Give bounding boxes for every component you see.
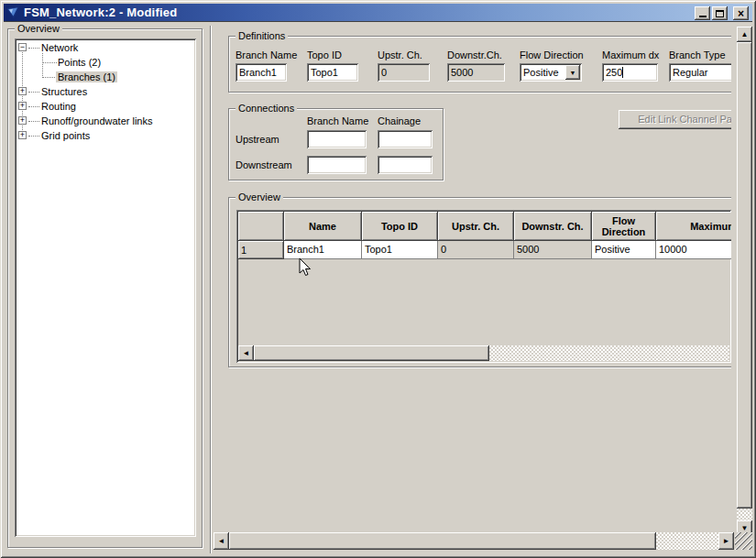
upstream-branch-name-field[interactable] <box>307 130 367 148</box>
scroll-up-button[interactable]: ▲ <box>737 27 752 42</box>
grid-header-row: Name Topo ID Upstr. Ch. Downstr. Ch. Flo… <box>238 212 731 241</box>
tree-expander-icon[interactable]: + <box>18 131 27 139</box>
app-window: FSM_Network:2 - Modified × Overview − Ne… <box>0 0 756 558</box>
branches-grid: Name Topo ID Upstr. Ch. Downstr. Ch. Flo… <box>236 210 731 363</box>
downstr-ch-field: 5000 <box>447 63 505 82</box>
grid-col-upstr-ch: Upstr. Ch. <box>438 212 514 241</box>
grid-row-1: 1 Branch1 Topo1 0 5000 Positive 10000 <box>238 241 731 259</box>
minimize-button[interactable] <box>695 6 710 20</box>
grid-col-maximum-dx: Maximum dx <box>656 212 731 241</box>
upstream-label: Upstream <box>236 134 279 145</box>
scroll-right-button[interactable]: ► <box>718 532 734 550</box>
combo-dropdown-button[interactable]: ▼ <box>565 65 580 80</box>
scrollbar-track[interactable] <box>656 532 718 550</box>
overview-group-label: Overview <box>15 23 62 34</box>
downstr-ch-label: Downstr.Ch. <box>447 49 502 60</box>
overview-tree-groupbox: Overview − Network Points (2) Branches (… <box>7 28 203 548</box>
overview-table-groupbox: Overview Name Topo ID Upstr. Ch. Downstr… <box>228 197 731 367</box>
network-tree[interactable]: − Network Points (2) Branches (1) + Stru… <box>15 38 196 537</box>
grid-cell-maximum-dx[interactable]: 10000 <box>656 241 731 259</box>
scrollbar-thumb[interactable] <box>254 345 489 361</box>
upstr-ch-field: 0 <box>378 63 430 82</box>
grid-col-flow-direction: Flow Direction <box>592 212 656 241</box>
definitions-groupbox: Definitions Branch Name Branch1 Topo ID … <box>228 36 731 93</box>
scrollbar-thumb[interactable] <box>737 42 752 509</box>
tree-item-network[interactable]: − Network <box>15 40 196 55</box>
tree-item-structures[interactable]: + Structures <box>15 84 196 99</box>
title-bar[interactable]: FSM_Network:2 - Modified × <box>4 4 752 22</box>
mouse-cursor <box>299 257 312 277</box>
maximize-icon <box>716 10 724 17</box>
app-icon[interactable] <box>5 5 20 20</box>
chevron-down-icon: ▼ <box>570 70 576 76</box>
minimize-icon <box>699 16 707 17</box>
close-icon: × <box>738 8 744 19</box>
pane-vertical-scrollbar[interactable]: ▲ ▼ <box>737 27 752 536</box>
tree-expander-icon[interactable]: + <box>18 102 27 110</box>
grid-horizontal-scrollbar[interactable]: ◄ <box>238 345 729 361</box>
overview-table-group-label: Overview <box>236 191 283 202</box>
pane-horizontal-scrollbar[interactable]: ◄ ► <box>214 532 734 550</box>
maximum-dx-label: Maximum dx <box>602 49 659 60</box>
scroll-left-button[interactable]: ◄ <box>214 532 229 550</box>
grid-cell-flow-direction[interactable]: Positive <box>592 241 656 259</box>
text-caret <box>622 67 623 78</box>
scroll-up-icon: ▲ <box>741 31 749 38</box>
grid-cell-downstr-ch: 5000 <box>514 241 592 259</box>
flow-direction-label: Flow Direction <box>520 49 584 60</box>
tree-item-points[interactable]: Points (2) <box>15 55 196 70</box>
grid-cell-upstr-ch: 0 <box>438 241 514 259</box>
window-title: FSM_Network:2 - Modified <box>24 5 177 19</box>
branch-name-label: Branch Name <box>236 49 297 60</box>
scroll-left-icon: ◄ <box>243 350 250 357</box>
connections-group-label: Connections <box>236 103 297 114</box>
scrollbar-thumb[interactable] <box>229 532 656 550</box>
tree-item-branches[interactable]: Branches (1) <box>15 70 196 84</box>
scroll-left-button[interactable]: ◄ <box>238 345 254 361</box>
downstream-branch-name-field[interactable] <box>307 156 367 174</box>
maximum-dx-field[interactable]: 250 <box>602 63 658 82</box>
branch-type-label: Branch Type <box>669 49 726 60</box>
grid-cell-topo-id[interactable]: Topo1 <box>362 241 438 259</box>
tree-item-runoff-links[interactable]: + Runoff/groundwater links <box>15 114 196 128</box>
scrollbar-track[interactable] <box>489 345 729 361</box>
grid-corner-header <box>238 212 284 241</box>
scrollbar-track[interactable] <box>737 509 752 520</box>
resize-grip[interactable] <box>735 532 752 550</box>
pane-divider[interactable] <box>210 26 212 553</box>
tree-item-grid-points[interactable]: + Grid points <box>15 128 196 143</box>
maximize-button[interactable] <box>712 6 728 20</box>
detail-content: Definitions Branch Name Branch1 Topo ID … <box>214 27 731 532</box>
grid-col-topo-id: Topo ID <box>362 212 438 241</box>
edit-link-channel-button[interactable]: Edit Link Channel Para <box>619 110 731 129</box>
scroll-right-icon: ► <box>723 538 730 545</box>
downstream-chainage-field[interactable] <box>378 156 433 174</box>
conn-branch-name-header: Branch Name <box>307 115 368 126</box>
definitions-group-label: Definitions <box>236 30 288 41</box>
grid-row-header[interactable]: 1 <box>238 241 284 259</box>
detail-pane: Definitions Branch Name Branch1 Topo ID … <box>214 26 752 554</box>
scroll-down-icon: ▼ <box>741 525 749 532</box>
flow-direction-select[interactable]: Positive ▼ <box>520 63 582 82</box>
grid-cell-name[interactable]: Branch1 <box>284 241 362 259</box>
scroll-left-icon: ◄ <box>218 538 225 545</box>
branch-name-field[interactable]: Branch1 <box>236 63 287 82</box>
grid-col-downstr-ch: Downstr. Ch. <box>514 212 592 241</box>
tree-expander-icon[interactable]: + <box>18 116 27 125</box>
upstream-chainage-field[interactable] <box>378 130 433 148</box>
close-button[interactable]: × <box>733 6 749 20</box>
tree-expander-icon[interactable]: + <box>18 87 27 95</box>
tree-expander-icon[interactable]: − <box>18 43 27 51</box>
tree-item-routing[interactable]: + Routing <box>15 99 196 114</box>
upstr-ch-label: Upstr. Ch. <box>378 49 422 60</box>
connections-groupbox: Connections Branch Name Chainage Upstrea… <box>228 108 444 181</box>
topo-id-field[interactable]: Topo1 <box>307 63 358 82</box>
grid-col-name: Name <box>284 212 362 241</box>
downstream-label: Downstream <box>236 159 292 170</box>
topo-id-label: Topo ID <box>307 49 342 60</box>
branch-type-field[interactable]: Regular <box>669 63 731 82</box>
conn-chainage-header: Chainage <box>378 115 421 126</box>
